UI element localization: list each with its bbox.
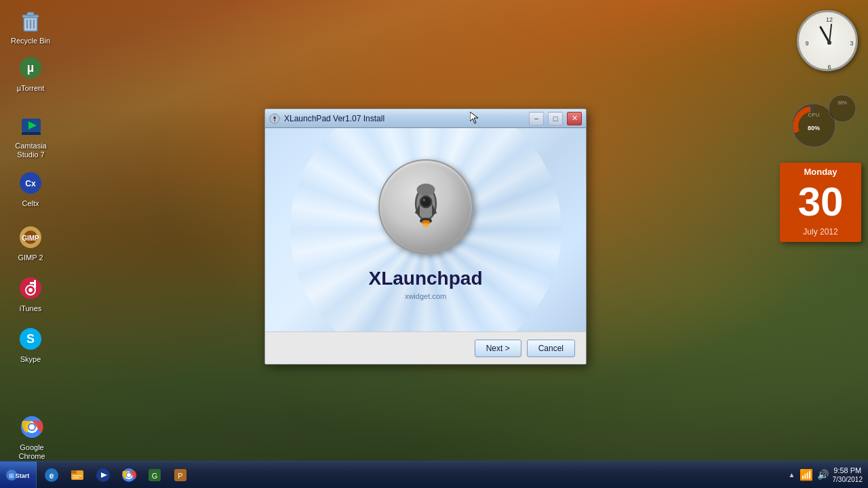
desktop-icon-camtasia[interactable]: Camtasia Studio 7: [5, 112, 56, 159]
svg-text:G: G: [152, 472, 158, 480]
desktop-icon-utorrent[interactable]: µ µTorrent: [7, 54, 54, 93]
svg-text:⊞: ⊞: [9, 472, 14, 479]
celtx-label: Celtx: [22, 199, 39, 208]
gimp-icon: GIMP: [17, 224, 44, 251]
taskbar-right: ▲ 📶 🔊 9:58 PM 7/30/2012: [783, 466, 868, 484]
svg-rect-58: [73, 477, 79, 479]
cancel-button[interactable]: Cancel: [527, 340, 575, 357]
dialog-footer: Next > Cancel: [265, 331, 586, 364]
celtx-icon: Cx: [17, 169, 44, 197]
svg-text:12: 12: [826, 16, 833, 23]
taskbar-icon-media[interactable]: [91, 463, 115, 487]
dialog-content: XLaunchpad xwidget.com: [265, 128, 586, 331]
calendar-month-year: July 2012: [780, 226, 861, 242]
calendar-day-name: Monday: [780, 163, 861, 178]
svg-text:P: P: [178, 472, 182, 480]
svg-rect-56: [71, 470, 77, 474]
dialog-title-text: XLaunchPad Ver1.07 Install: [284, 114, 525, 123]
installer-title-icon: [269, 113, 280, 124]
svg-text:38%: 38%: [837, 100, 847, 105]
utorrent-label: µTorrent: [17, 84, 45, 93]
desktop-icon-chrome[interactable]: Google Chrome: [8, 413, 56, 461]
clock-widget: 12 3 6 9: [797, 10, 858, 71]
svg-point-45: [420, 197, 430, 207]
calendar-day-number: 30: [780, 178, 861, 226]
taskbar-icon-chrome[interactable]: [117, 463, 141, 487]
svg-point-49: [422, 222, 429, 227]
svg-point-64: [127, 473, 131, 477]
svg-rect-2: [27, 12, 34, 16]
desktop-icon-skype[interactable]: S Skype: [7, 325, 54, 364]
svg-line-31: [821, 27, 829, 43]
taskbar-items: e: [37, 463, 783, 487]
tray-arrow[interactable]: ▲: [789, 471, 795, 479]
restore-button[interactable]: □: [548, 112, 563, 125]
svg-text:6: 6: [827, 64, 831, 70]
recycle-bin-icon: [17, 7, 44, 34]
taskbar-icon-ie[interactable]: e: [39, 463, 64, 487]
svg-text:S: S: [26, 332, 35, 346]
app-url: xwidget.com: [405, 292, 446, 300]
close-button[interactable]: ✕: [567, 112, 582, 125]
app-logo: [378, 159, 473, 254]
chrome-label: Google Chrome: [8, 443, 56, 461]
taskbar-icon-unknown2[interactable]: P: [168, 463, 193, 487]
svg-point-46: [422, 199, 425, 201]
svg-text:Cx: Cx: [25, 179, 36, 188]
camtasia-label: Camtasia Studio 7: [5, 142, 56, 159]
desktop-icon-celtx[interactable]: Cx Celtx: [7, 169, 54, 208]
svg-text:µ: µ: [27, 61, 34, 75]
desktop: Recycle Bin µ µTorrent Camtasia Studio 7…: [0, 0, 868, 488]
taskbar-date: 7/30/2012: [833, 475, 863, 484]
itunes-label: iTunes: [20, 304, 42, 313]
svg-text:3: 3: [850, 40, 853, 47]
next-button[interactable]: Next >: [475, 340, 521, 357]
svg-point-26: [29, 424, 35, 430]
svg-point-33: [827, 41, 831, 45]
taskbar-icon-unknown1[interactable]: G: [142, 463, 167, 487]
camtasia-icon: [18, 112, 45, 139]
utorrent-icon: µ: [17, 54, 44, 81]
tray-network: 📶: [800, 468, 813, 481]
taskbar-time: 9:58 PM: [833, 466, 863, 475]
svg-point-18: [28, 288, 33, 292]
calendar-widget: Monday 30 July 2012: [780, 163, 861, 242]
dialog-titlebar: XLaunchPad Ver1.07 Install − □ ✕: [265, 109, 586, 128]
svg-point-40: [274, 120, 275, 121]
skype-label: Skype: [20, 355, 41, 364]
start-button[interactable]: ⊞ Start: [0, 462, 37, 489]
svg-point-37: [829, 95, 856, 122]
svg-text:CPU: CPU: [808, 112, 820, 118]
svg-text:e: e: [50, 471, 54, 481]
svg-text:GIMP: GIMP: [22, 235, 39, 242]
taskbar: ⊞ Start e: [0, 461, 868, 488]
taskbar-icon-explorer[interactable]: [65, 463, 90, 487]
desktop-icon-itunes[interactable]: iTunes: [7, 274, 54, 313]
desktop-icon-recycle-bin[interactable]: Recycle Bin: [7, 7, 54, 45]
svg-rect-57: [73, 475, 82, 476]
svg-rect-20: [30, 282, 36, 284]
svg-line-32: [829, 24, 831, 43]
installer-dialog: XLaunchPad Ver1.07 Install − □ ✕: [264, 108, 587, 365]
desktop-icon-gimp[interactable]: GIMP GIMP 2: [7, 224, 54, 262]
gimp-label: GIMP 2: [18, 253, 43, 262]
recycle-bin-label: Recycle Bin: [11, 37, 50, 45]
svg-text:9: 9: [805, 40, 808, 47]
itunes-icon: [17, 274, 44, 302]
svg-rect-10: [22, 132, 41, 135]
svg-point-43: [416, 184, 435, 196]
performance-widget: CPU 80% 38%: [787, 88, 861, 163]
taskbar-clock[interactable]: 9:58 PM 7/30/2012: [833, 466, 863, 484]
chrome-icon: [18, 413, 45, 441]
minimize-button[interactable]: −: [529, 112, 544, 125]
app-name: XLaunchpad: [368, 268, 482, 289]
svg-text:Start: Start: [15, 472, 29, 479]
clock-face: 12 3 6 9: [797, 10, 858, 71]
svg-text:80%: 80%: [808, 125, 820, 131]
skype-icon: S: [17, 325, 44, 352]
tray-volume[interactable]: 🔊: [817, 469, 829, 480]
